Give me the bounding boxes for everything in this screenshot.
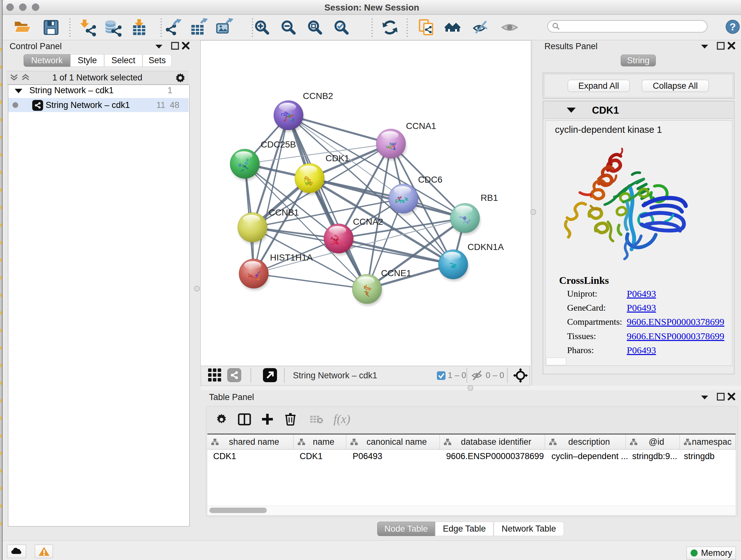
svg-text:CDK1: CDK1 <box>326 153 349 163</box>
svg-text:?: ? <box>730 21 736 33</box>
svg-text:1 – 0: 1 – 0 <box>448 370 466 380</box>
svg-text:CCNB2: CCNB2 <box>303 91 333 101</box>
svg-text:CCNA2: CCNA2 <box>353 217 383 227</box>
svg-text:HIST1H1A: HIST1H1A <box>270 253 313 262</box>
svg-text:CCNA1: CCNA1 <box>406 121 436 131</box>
svg-text:CCNE1: CCNE1 <box>381 268 411 278</box>
svg-text:CDKN1A: CDKN1A <box>468 242 504 252</box>
svg-text:CDC25B: CDC25B <box>261 139 296 149</box>
svg-text:f(x): f(x) <box>333 412 350 426</box>
svg-text:CCNB1: CCNB1 <box>269 207 299 217</box>
svg-text:String Network – cdk1: String Network – cdk1 <box>293 371 377 380</box>
svg-text:0 – 0: 0 – 0 <box>486 370 504 380</box>
svg-text:RB1: RB1 <box>481 193 498 203</box>
svg-text:CDC6: CDC6 <box>418 175 442 185</box>
